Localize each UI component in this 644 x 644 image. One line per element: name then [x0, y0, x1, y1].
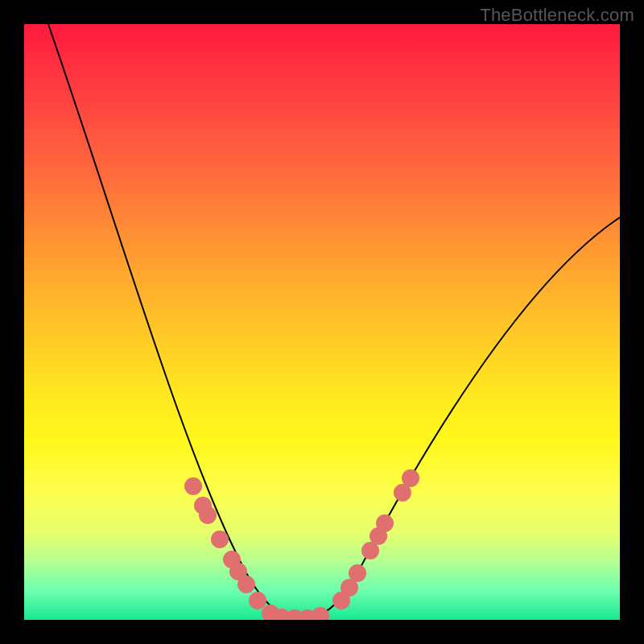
- watermark-text: TheBottleneck.com: [480, 5, 634, 26]
- data-marker: [402, 469, 419, 487]
- chart-plot-area: [24, 24, 620, 620]
- data-marker: [349, 564, 366, 582]
- data-marker: [199, 506, 217, 524]
- data-marker: [312, 607, 329, 620]
- chart-svg: [24, 24, 620, 620]
- data-markers: [184, 469, 419, 620]
- data-marker: [211, 530, 229, 548]
- data-marker: [376, 514, 394, 532]
- data-marker: [237, 576, 255, 593]
- data-marker: [184, 477, 202, 495]
- bottleneck-curve: [48, 24, 620, 618]
- data-marker: [249, 592, 266, 609]
